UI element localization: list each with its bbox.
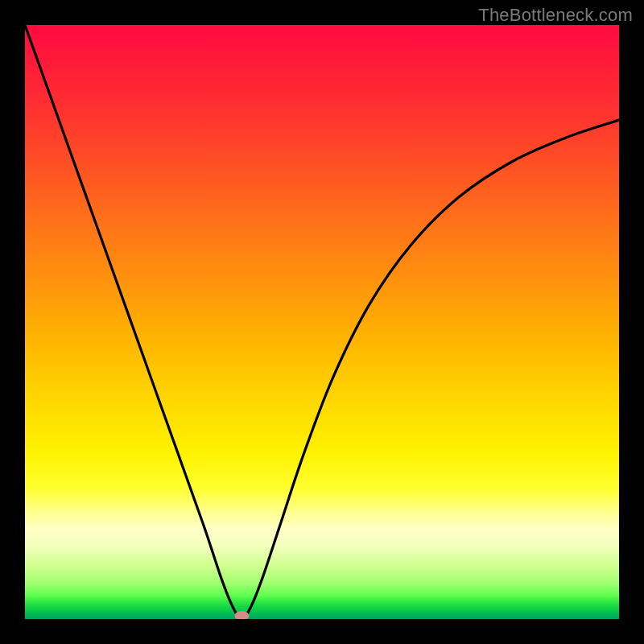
- bottleneck-curve: [25, 25, 619, 619]
- plot-area: [25, 25, 619, 619]
- chart-frame: TheBottleneck.com: [0, 0, 644, 644]
- watermark-text: TheBottleneck.com: [478, 5, 633, 26]
- curve-svg: [25, 25, 619, 619]
